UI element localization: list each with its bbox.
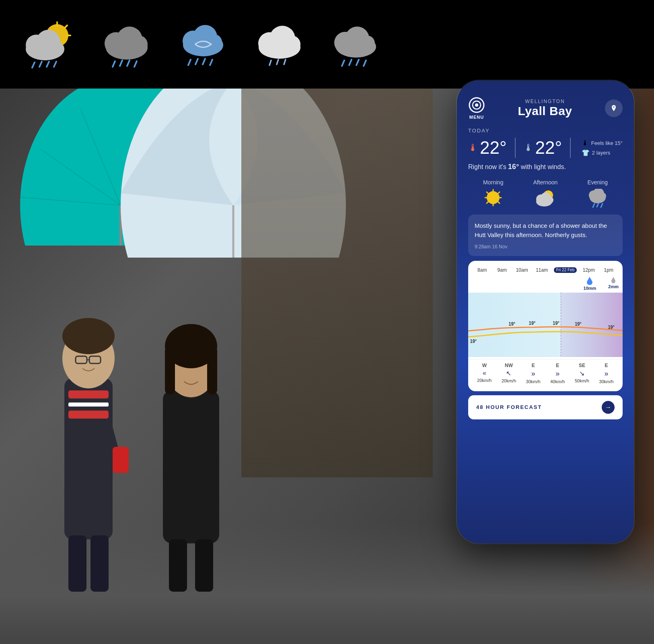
afternoon-period: Afternoon [533, 179, 558, 208]
evening-period: Evening [587, 179, 608, 208]
svg-line-81 [487, 202, 488, 203]
svg-line-83 [487, 192, 488, 194]
wind-item-4: E » 40km/h [549, 363, 566, 384]
phone-screen: MENU WELLINGTON Lyall Bay TODAY 🌡 [457, 80, 634, 543]
evening-rain-icon [589, 189, 607, 208]
time-8am: 8am [474, 267, 490, 273]
wind-item-5: SE ↘ 50km/h [574, 363, 590, 384]
thermometer-feels-icon: 🌡 [582, 139, 589, 147]
svg-line-9 [47, 62, 49, 67]
wind-item-1: W « 20km/h [476, 363, 492, 384]
svg-line-40 [356, 60, 359, 65]
person-woman [141, 282, 241, 596]
time-12pm: 12pm [581, 267, 597, 273]
svg-point-57 [62, 318, 115, 354]
location-name: Lyall Bay [489, 104, 601, 118]
current-temp: 16° [508, 163, 519, 171]
svg-line-10 [54, 62, 56, 67]
svg-line-41 [364, 60, 366, 66]
rain-10mm-label: 10mm [584, 286, 596, 291]
phone-mockup: MENU WELLINGTON Lyall Bay TODAY 🌡 [457, 80, 634, 543]
svg-rect-68 [165, 346, 175, 394]
svg-text:19°: 19° [553, 320, 559, 326]
svg-text:19°: 19° [470, 339, 477, 344]
svg-rect-64 [113, 447, 129, 473]
weather-icon-3 [177, 20, 229, 68]
layers-value: 2 layers [592, 150, 611, 156]
svg-line-94 [597, 203, 598, 207]
wind-direction-row: W « 20km/h NW ↖ 20km/h E » 30km/h [468, 359, 623, 387]
forecast-48-button[interactable]: 48 HOUR FORECAST → [468, 395, 623, 419]
wind-item-6: E » 30km/h [598, 363, 615, 384]
low-temp-display: 🌡 22° [524, 138, 562, 158]
svg-point-14 [130, 35, 148, 53]
svg-line-39 [349, 60, 352, 65]
morning-sun-icon [484, 189, 502, 206]
svg-line-25 [203, 59, 205, 64]
hourly-chart-section[interactable]: 8am 9am 10am 11am Fri 22 Feb 12pm 1pm [468, 261, 623, 391]
svg-line-38 [342, 60, 344, 66]
forecast-text-card: Mostly sunny, but a chance of a shower a… [468, 215, 623, 256]
weather-icon-1 [24, 20, 76, 68]
time-periods: Morning [468, 179, 623, 208]
time-1pm: 1pm [601, 267, 617, 273]
svg-rect-55 [68, 411, 109, 419]
svg-line-15 [113, 61, 115, 67]
time-10am: 10am [514, 267, 530, 273]
current-conditions: Right now it's 16° with light winds. [468, 162, 623, 172]
light-rain-icon [253, 20, 306, 68]
temperature-row: 🌡 22° 🌡 22° 🌡 Feels like 15° [468, 138, 623, 158]
raindrop-10mm-icon [586, 276, 594, 286]
rain-indicators: 10mm 2mm [468, 276, 623, 293]
feels-like-value: Feels like 15° [591, 140, 623, 146]
forecast-description: Mostly sunny, but a chance of a shower a… [475, 221, 616, 240]
person-man [36, 266, 141, 596]
svg-point-37 [359, 35, 375, 52]
top-weather-icons-bar [0, 0, 402, 89]
weather-icon-5 [330, 20, 382, 68]
svg-line-18 [134, 61, 137, 67]
svg-line-7 [32, 62, 35, 68]
wind-rain-icon [177, 20, 229, 68]
wind-item-3: E » 30km/h [525, 363, 541, 384]
svg-point-30 [283, 35, 300, 53]
hourly-time-labels: 8am 9am 10am 11am Fri 22 Feb 12pm 1pm [468, 267, 623, 273]
location-area: WELLINGTON Lyall Bay [489, 99, 601, 118]
forecast-48-label: 48 HOUR FORECAST [476, 404, 542, 410]
heavy-rain-icon [330, 20, 382, 68]
svg-point-92 [599, 192, 606, 200]
afternoon-partly-cloudy-icon [535, 189, 555, 206]
svg-line-31 [269, 60, 271, 65]
svg-text:19°: 19° [529, 320, 536, 326]
forecast-timestamp: 9:28am 16 Nov [475, 244, 616, 250]
thermometer-low-icon: 🌡 [524, 142, 533, 153]
svg-rect-71 [195, 539, 213, 592]
menu-label[interactable]: MENU [469, 115, 484, 120]
layers-icon: 👕 [582, 149, 590, 157]
high-temp-value: 22° [480, 138, 507, 158]
feels-like-section: 🌡 Feels like 15° 👕 2 layers [582, 139, 623, 157]
svg-rect-62 [90, 535, 109, 592]
phone-header: MENU WELLINGTON Lyall Bay [468, 97, 623, 120]
temp-divider-2 [570, 138, 571, 158]
morning-period: Morning [483, 179, 504, 208]
location-pin-icon [610, 104, 618, 112]
location-button[interactable] [605, 99, 623, 117]
forecast-48-arrow[interactable]: → [602, 401, 615, 414]
svg-point-6 [36, 30, 60, 54]
location-region: WELLINGTON [489, 99, 601, 104]
svg-text:19°: 19° [608, 324, 615, 330]
svg-line-33 [284, 60, 286, 64]
svg-rect-54 [68, 402, 109, 407]
weather-icon-2 [101, 20, 153, 68]
svg-rect-65 [163, 390, 219, 543]
rain-2mm-indicator: 2mm [608, 276, 619, 291]
svg-line-95 [601, 204, 603, 207]
temp-chart-svg: 19° 19° 19° 19° 19° 19° [468, 293, 623, 357]
today-label: TODAY [468, 128, 623, 134]
thermometer-high-icon: 🌡 [468, 142, 478, 153]
app-logo[interactable]: MENU [468, 97, 485, 120]
cloudy-rain-icon [101, 20, 153, 68]
svg-line-77 [498, 192, 500, 194]
svg-line-93 [593, 204, 594, 207]
